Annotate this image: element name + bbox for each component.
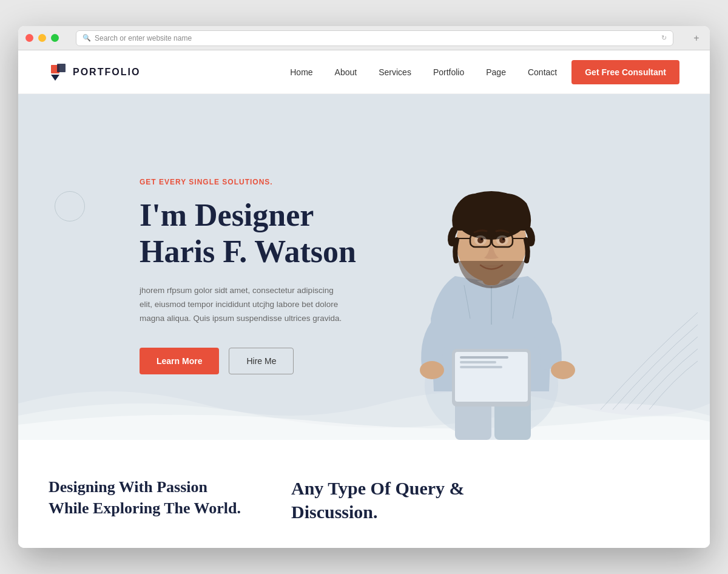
nav-about[interactable]: About (335, 67, 357, 77)
bottom-right: Any Type Of Query & Discussion. (291, 476, 485, 524)
add-tab-button[interactable]: + (690, 32, 703, 44)
svg-rect-26 (460, 366, 502, 368)
bottom-right-title: Any Type Of Query & Discussion. (291, 476, 485, 524)
hero-content: GET EVERY SINGLE SOLUTIONS. I'm Designer… (18, 160, 356, 374)
svg-point-17 (499, 237, 505, 243)
nav-page[interactable]: Page (486, 67, 506, 77)
browser-window: 🔍 Search or enter website name ↻ + PORTF… (18, 26, 710, 548)
svg-point-20 (420, 361, 444, 379)
address-bar[interactable]: 🔍 Search or enter website name ↻ (76, 30, 673, 46)
website-content: PORTFOLIO Home About Services Portfolio … (18, 50, 710, 548)
logo-icon (49, 62, 68, 82)
svg-point-18 (480, 238, 483, 240)
address-text: Search or enter website name (95, 34, 658, 42)
nav-links: Home About Services Portfolio Page Conta… (290, 67, 557, 77)
hero-title-line2: Haris F. Watson (140, 234, 356, 269)
browser-titlebar: 🔍 Search or enter website name ↻ + (18, 26, 710, 50)
close-button[interactable] (25, 34, 33, 42)
svg-rect-25 (460, 361, 496, 363)
search-icon: 🔍 (83, 34, 91, 42)
svg-rect-23 (455, 352, 528, 402)
learn-more-button[interactable]: Learn More (140, 348, 219, 374)
maximize-button[interactable] (51, 34, 59, 42)
hire-me-button[interactable]: Hire Me (229, 348, 294, 374)
hero-title: I'm Designer Haris F. Watson (140, 197, 356, 270)
nav-contact[interactable]: Contact (528, 67, 557, 77)
svg-rect-2 (57, 64, 66, 72)
refresh-icon[interactable]: ↻ (661, 34, 667, 42)
logo-text: PORTFOLIO (73, 67, 140, 78)
hero-buttons: Learn More Hire Me (140, 348, 356, 374)
hero-person-image (370, 124, 613, 440)
nav-portfolio[interactable]: Portfolio (433, 67, 464, 77)
svg-point-19 (502, 238, 505, 240)
svg-point-21 (551, 361, 575, 379)
svg-rect-24 (460, 356, 508, 359)
hero-section: GET EVERY SINGLE SOLUTIONS. I'm Designer… (18, 94, 710, 440)
bottom-left: Designing With Passion While Exploring T… (49, 476, 243, 519)
navbar: PORTFOLIO Home About Services Portfolio … (18, 50, 710, 94)
logo[interactable]: PORTFOLIO (49, 62, 140, 82)
svg-point-16 (477, 237, 484, 243)
hero-title-line1: I'm Designer (140, 198, 314, 232)
person-figure-svg (382, 130, 601, 440)
svg-marker-1 (51, 75, 59, 81)
bottom-left-title: Designing With Passion While Exploring T… (49, 476, 243, 519)
hero-description: jhorem rfpsum golor sidt amet, consectet… (140, 284, 346, 326)
nav-home[interactable]: Home (290, 67, 312, 77)
minimize-button[interactable] (38, 34, 46, 42)
bottom-section: Designing With Passion While Exploring T… (18, 440, 710, 548)
hero-eyebrow: GET EVERY SINGLE SOLUTIONS. (140, 178, 356, 186)
nav-services[interactable]: Services (379, 67, 411, 77)
get-consultant-button[interactable]: Get Free Consultant (571, 60, 679, 84)
